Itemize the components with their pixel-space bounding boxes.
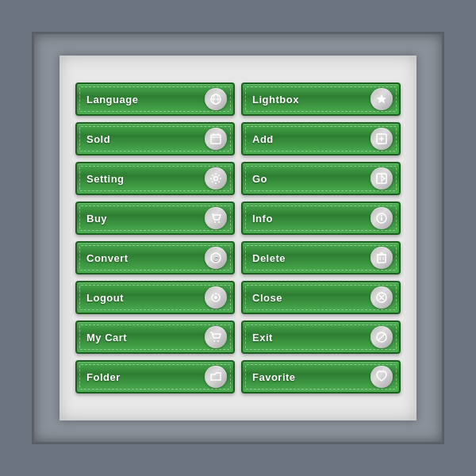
btn-setting[interactable]: Setting [75,162,235,195]
btn-label-add: Add [252,133,274,145]
btn-label-close: Close [252,292,282,304]
btn-buy[interactable]: Buy [75,202,235,235]
btn-logout[interactable]: Logout [75,281,235,314]
btn-convert[interactable]: ConvertC [75,241,235,274]
btn-exit[interactable]: Exit [241,321,401,354]
btn-label-convert: Convert [86,252,129,264]
svg-point-15 [218,221,220,223]
btn-favorite[interactable]: Favorite [241,360,401,393]
svg-text:C: C [213,255,219,263]
btn-icon-add [370,128,393,150]
btn-label-setting: Setting [86,173,125,185]
btn-icon-buy [205,207,227,229]
svg-point-32 [213,340,215,342]
btn-icon-setting [205,167,227,190]
btn-label-lightbox: Lightbox [252,94,299,106]
btn-label-language: Language [86,94,138,106]
btn-icon-info [370,207,393,229]
btn-label-delete: Delete [252,252,286,264]
inner-panel: LanguageLightboxSoldAddSettingGoBuyInfoC… [60,56,416,420]
btn-label-info: Info [252,213,273,225]
btn-icon-my-cart [205,326,227,348]
btn-label-folder: Folder [86,371,121,383]
btn-info[interactable]: Info [241,202,401,235]
svg-line-35 [378,334,385,340]
btn-close[interactable]: Close [241,281,401,314]
svg-point-27 [214,296,217,299]
btn-add[interactable]: Add [241,122,401,155]
svg-point-18 [381,215,382,217]
svg-point-14 [214,221,216,223]
btn-label-my-cart: My Cart [86,332,127,344]
svg-rect-21 [378,255,386,263]
btn-language[interactable]: Language [75,83,235,116]
btn-sold[interactable]: Sold [75,122,235,155]
btn-my-cart[interactable]: My Cart [75,321,235,354]
btn-delete[interactable]: Delete [241,241,401,274]
btn-label-logout: Logout [86,292,124,304]
btn-folder[interactable]: Folder [75,360,235,393]
btn-icon-folder [205,366,227,388]
btn-icon-exit [370,326,393,348]
button-grid: LanguageLightboxSoldAddSettingGoBuyInfoC… [75,83,401,393]
btn-icon-sold [205,128,227,150]
outer-frame: LanguageLightboxSoldAddSettingGoBuyInfoC… [32,32,444,444]
btn-label-sold: Sold [86,133,110,145]
svg-rect-4 [211,135,221,144]
btn-label-go: Go [252,173,267,185]
btn-icon-lightbox [370,88,393,110]
btn-icon-close [370,286,393,309]
svg-point-11 [214,177,218,181]
btn-go[interactable]: Go [241,162,401,195]
btn-icon-logout [205,286,227,309]
btn-icon-convert: C [205,247,227,269]
btn-icon-delete [370,247,393,269]
svg-point-33 [217,340,219,342]
svg-marker-3 [377,94,386,103]
btn-label-buy: Buy [86,213,107,225]
btn-lightbox[interactable]: Lightbox [241,83,401,116]
btn-label-exit: Exit [252,332,273,344]
btn-icon-language [205,88,227,110]
btn-icon-favorite [370,366,393,388]
btn-label-favorite: Favorite [252,371,296,383]
btn-icon-go [370,167,393,190]
